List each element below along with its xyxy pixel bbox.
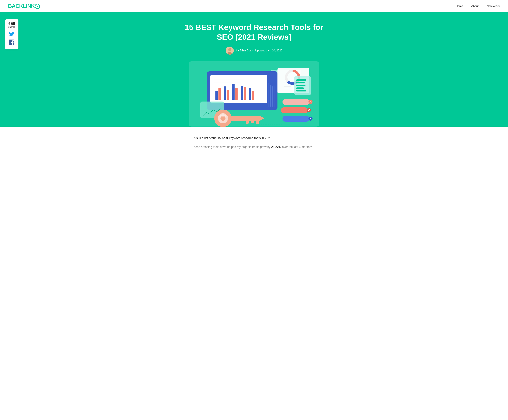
- navbar: BACKLINK Home About Newsletter: [0, 0, 508, 12]
- author-avatar: [226, 47, 234, 55]
- svg-rect-55: [283, 116, 309, 122]
- intro-subtext: These amazing tools have helped my organ…: [192, 145, 316, 150]
- logo[interactable]: BACKLINK: [8, 3, 40, 9]
- svg-rect-28: [296, 82, 305, 83]
- intro-paragraph: This is a list of the 15 best keyword re…: [192, 135, 316, 141]
- svg-rect-17: [249, 88, 251, 100]
- nav-home[interactable]: Home: [456, 5, 463, 8]
- svg-rect-41: [256, 120, 259, 124]
- svg-rect-16: [244, 87, 246, 100]
- share-count: 659: [7, 22, 16, 26]
- facebook-icon: [9, 40, 15, 45]
- avatar-illustration: [226, 47, 234, 55]
- svg-rect-30: [296, 87, 304, 89]
- twitter-share-button[interactable]: [8, 30, 15, 37]
- twitter-icon: [9, 31, 15, 36]
- svg-rect-11: [224, 87, 226, 100]
- svg-point-3: [228, 48, 231, 51]
- hero-inner: 15 BEST Keyword Research Tools for SEO […: [179, 22, 329, 127]
- nav-about[interactable]: About: [471, 5, 479, 8]
- svg-rect-10: [218, 88, 221, 100]
- svg-rect-39: [246, 120, 249, 124]
- svg-rect-47: [283, 99, 309, 105]
- svg-rect-31: [296, 90, 306, 92]
- logo-text: BACKLINK: [8, 3, 35, 9]
- hero-illustration: [194, 66, 314, 127]
- svg-rect-27: [296, 80, 306, 81]
- svg-rect-40: [251, 120, 254, 123]
- hero-image-container: [189, 61, 319, 127]
- author-line: by Brian Dean · Updated Jan. 10, 2020: [179, 47, 329, 55]
- logo-o-icon: [35, 4, 40, 9]
- hero-section: 659 shares 15 BEST Keyword Research Tool…: [0, 12, 508, 127]
- svg-marker-45: [260, 116, 264, 121]
- svg-rect-9: [216, 91, 218, 100]
- hero-image-wrap: [189, 61, 319, 127]
- svg-rect-14: [235, 88, 238, 100]
- svg-rect-12: [227, 90, 229, 100]
- content-area: This is a list of the 15 best keyword re…: [185, 127, 323, 160]
- svg-rect-51: [281, 107, 308, 113]
- nav-newsletter[interactable]: Newsletter: [487, 5, 500, 8]
- svg-rect-13: [232, 84, 235, 100]
- share-widget: 659 shares: [5, 19, 18, 50]
- nav-links: Home About Newsletter: [456, 5, 500, 8]
- facebook-share-button[interactable]: [8, 38, 15, 46]
- svg-rect-18: [252, 91, 254, 100]
- hero-title: 15 BEST Keyword Research Tools for SEO […: [179, 22, 329, 42]
- author-text: by Brian Dean · Updated Jan. 10, 2020: [236, 49, 283, 52]
- svg-rect-15: [241, 86, 243, 100]
- svg-point-46: [220, 114, 226, 117]
- svg-rect-29: [296, 85, 306, 86]
- share-label: shares: [7, 26, 16, 28]
